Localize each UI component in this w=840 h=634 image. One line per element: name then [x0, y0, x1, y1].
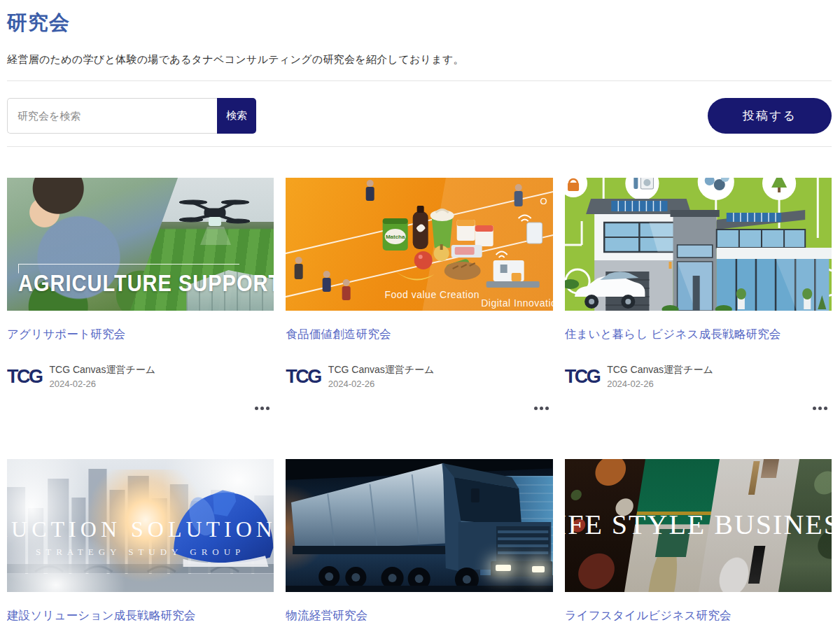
- more-options-icon[interactable]: [533, 404, 550, 413]
- study-groups-page: 研究会 経営層のための学びと体験の場であるタナベコンサルティングの研究会を紹介し…: [0, 0, 840, 634]
- card-date: 2024-02-26: [50, 379, 156, 389]
- headlight-glow: [532, 566, 545, 572]
- study-group-card: 住まいと暮らし ビジネス成長戦略研究会 TCG TCG Canvas運営チーム …: [565, 178, 832, 413]
- food-value-illustration: Matcha: [286, 178, 552, 311]
- logistics-truck-image: [286, 459, 552, 592]
- card-image-link[interactable]: Matcha: [286, 178, 552, 311]
- search-input[interactable]: [7, 98, 217, 134]
- card-title-link[interactable]: 食品価値創造研究会: [286, 326, 552, 341]
- card-meta: TCG TCG Canvas運営チーム 2024-02-26: [565, 362, 832, 390]
- study-group-card: LIFE STYLE BUSINESS ライフスタイルビジネス研究会: [565, 459, 832, 634]
- card-meta-text: TCG Canvas運営チーム 2024-02-26: [328, 364, 435, 389]
- card-title-link[interactable]: 住まいと暮らし ビジネス成長戦略研究会: [565, 326, 832, 341]
- card-footer: [565, 400, 832, 413]
- card-meta: TCG TCG Canvas運営チーム 2024-02-26: [286, 362, 552, 390]
- headlight-glow: [496, 565, 511, 571]
- card-meta-text: TCG Canvas運営チーム 2024-02-26: [607, 364, 713, 389]
- image-caption: AGRICULTURE SUPPORT: [18, 271, 274, 297]
- image-caption-secondary: Digital Innovation: [481, 297, 552, 309]
- card-image-link[interactable]: AGRICULTURE SUPPORT: [7, 178, 274, 311]
- tcg-logo: TCG: [7, 367, 42, 386]
- lifestyle-collage-image: LIFE STYLE BUSINESS: [565, 459, 832, 592]
- card-image-link[interactable]: LIFE STYLE BUSINESS: [565, 459, 832, 592]
- construction-banner-image: CONSTRUCTION SOLUTION GROUP STRATEGY STU…: [7, 459, 274, 592]
- page-title: 研究会: [7, 0, 832, 37]
- card-image-link[interactable]: [286, 459, 552, 592]
- image-caption: LIFE STYLE BUSINESS: [565, 508, 832, 541]
- more-options-icon[interactable]: [253, 404, 271, 413]
- card-date: 2024-02-26: [328, 379, 435, 389]
- more-options-icon[interactable]: [811, 404, 829, 413]
- card-author: TCG Canvas運営チーム: [607, 364, 713, 376]
- card-meta-text: TCG Canvas運営チーム 2024-02-26: [50, 364, 156, 389]
- image-caption: Food value Creation: [384, 289, 479, 300]
- card-image-link[interactable]: CONSTRUCTION SOLUTION GROUP STRATEGY STU…: [7, 459, 274, 592]
- agriculture-banner-image: AGRICULTURE SUPPORT: [7, 178, 274, 311]
- image-caption: CONSTRUCTION SOLUTION GROUP: [7, 516, 274, 542]
- card-meta: TCG TCG Canvas運営チーム 2024-02-26: [7, 362, 274, 390]
- image-caption-fragment: O: [540, 196, 547, 206]
- study-group-card: Matcha: [286, 178, 552, 413]
- search-button[interactable]: 検索: [217, 98, 256, 134]
- card-footer: [7, 400, 274, 413]
- card-title-link[interactable]: ライフスタイルビジネス研究会: [565, 607, 832, 623]
- smart-home-illustration: [565, 178, 832, 311]
- toolbar: 検索 投稿する: [7, 98, 832, 134]
- divider: [7, 146, 832, 147]
- card-date: 2024-02-26: [607, 379, 713, 389]
- study-group-card: CONSTRUCTION SOLUTION GROUP STRATEGY STU…: [7, 459, 274, 634]
- truck-illustration: [286, 459, 552, 592]
- card-title-link[interactable]: アグリサポート研究会: [7, 326, 274, 341]
- study-group-card: 物流経営研究会: [286, 459, 552, 634]
- tcg-logo: TCG: [286, 367, 321, 386]
- card-grid: AGRICULTURE SUPPORT アグリサポート研究会 TCG TCG C…: [7, 178, 832, 634]
- image-caption-secondary: STRATEGY STUDY GROUP: [36, 547, 245, 558]
- divider: [7, 80, 832, 81]
- conveyor-machine: [486, 216, 542, 288]
- svg-text:Matcha: Matcha: [386, 234, 405, 240]
- card-author: TCG Canvas運営チーム: [50, 364, 156, 376]
- card-author: TCG Canvas運営チーム: [328, 364, 435, 376]
- search-group: 検索: [7, 98, 256, 134]
- card-title-link[interactable]: 建設ソリューション成長戦略研究会: [7, 607, 274, 623]
- page-description: 経営層のための学びと体験の場であるタナベコンサルティングの研究会を紹介しておりま…: [7, 53, 832, 66]
- card-title-link[interactable]: 物流経営研究会: [286, 607, 552, 623]
- card-footer: [286, 400, 552, 413]
- study-group-card: AGRICULTURE SUPPORT アグリサポート研究会 TCG TCG C…: [7, 178, 274, 413]
- post-button[interactable]: 投稿する: [708, 98, 832, 134]
- card-image-link[interactable]: [565, 178, 832, 311]
- tcg-logo: TCG: [565, 367, 600, 386]
